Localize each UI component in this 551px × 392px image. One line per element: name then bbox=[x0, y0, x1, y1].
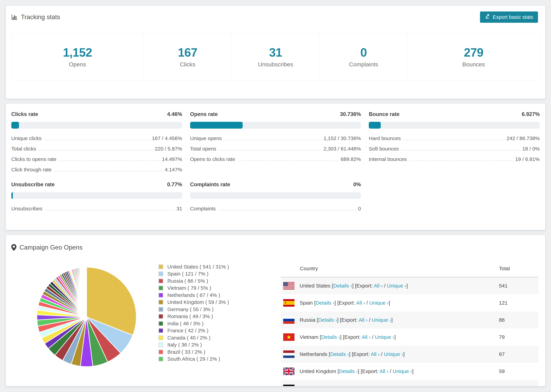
export-unique-link[interactable]: Unique › bbox=[369, 300, 389, 306]
metric-label: Unsubscribes bbox=[11, 206, 42, 211]
rate-metric-row: Hard bounces242 / 86.738% bbox=[369, 135, 540, 141]
metric-label: Click through rate bbox=[11, 167, 51, 173]
metric-label: Internal bounces bbox=[369, 156, 407, 162]
legend-label: South Africa ( 29 / 2% ) bbox=[167, 356, 220, 362]
export-unique-link[interactable]: Unique › bbox=[384, 351, 403, 357]
flag-united-states-icon bbox=[283, 282, 295, 290]
legend-label: United Kingdom ( 59 / 3% ) bbox=[167, 299, 229, 305]
country-links: United Kingdom [Details ›] [Export: All … bbox=[300, 368, 413, 374]
legend-item-spain: Spain ( 121 / 7% ) bbox=[158, 270, 244, 278]
legend-label: Netherlands ( 67 / 4% ) bbox=[167, 292, 220, 298]
rate-block-unsubscribe-rate: Unsubscribe rate0.77%Unsubscribes31 bbox=[11, 182, 182, 211]
rate-block-clicks-rate: Clicks rate4.46%Unique clicks167 / 4.456… bbox=[11, 111, 182, 173]
export-unique-link[interactable]: Unique › bbox=[387, 283, 406, 288]
rate-metric-row: Total clicks220 / 5.87% bbox=[11, 146, 182, 152]
legend-swatch bbox=[158, 293, 163, 298]
export-icon bbox=[485, 14, 490, 20]
rate-value: 6.927% bbox=[522, 111, 540, 117]
dotted-leader bbox=[238, 161, 339, 161]
rate-metric-row: Unsubscribes31 bbox=[11, 206, 182, 211]
legend-item-vietnam: Vietnam ( 79 / 5% ) bbox=[158, 285, 244, 292]
export-button-label: Export basic stats bbox=[493, 14, 533, 20]
table-row-united-kingdom: United Kingdom [Details ›] [Export: All … bbox=[281, 363, 538, 380]
rate-head: Complaints rate0% bbox=[190, 182, 361, 188]
legend-swatch bbox=[158, 357, 163, 361]
metric-label: Complaints bbox=[190, 206, 216, 211]
export-unique-link[interactable]: Unique › bbox=[372, 317, 391, 323]
total-value: 55 bbox=[499, 385, 538, 386]
pie-legend: United States ( 541 / 31% )Spain ( 121 /… bbox=[158, 263, 244, 363]
flag-netherlands-icon bbox=[283, 350, 295, 358]
details-link[interactable]: Details › bbox=[333, 283, 352, 288]
export-all-link[interactable]: All › bbox=[359, 317, 367, 323]
export-all-link[interactable]: All › bbox=[364, 385, 373, 386]
export-all-link[interactable]: All › bbox=[362, 334, 371, 340]
legend-item-south-africa: South Africa ( 29 / 2% ) bbox=[158, 356, 244, 363]
metric-value: 14.497% bbox=[162, 156, 182, 162]
rate-head: Unsubscribe rate0.77% bbox=[11, 182, 182, 188]
details-link[interactable]: Details › bbox=[330, 351, 349, 357]
rate-metric-row: Complaints0 bbox=[190, 206, 361, 211]
metric-label: Hard bounces bbox=[369, 135, 401, 141]
table-row-united-states: United States [Details ›] [Export: All ›… bbox=[281, 277, 538, 294]
stat-label: Complaints bbox=[349, 61, 378, 68]
export-all-link[interactable]: All › bbox=[371, 351, 380, 357]
rate-metric-row: Unique clicks167 / 4.456% bbox=[11, 135, 182, 141]
metric-label: Total clicks bbox=[11, 146, 36, 152]
details-link[interactable]: Details › bbox=[321, 334, 340, 340]
metric-label: Opens to clicks rate bbox=[190, 156, 235, 162]
details-link[interactable]: Details › bbox=[318, 317, 337, 323]
legend-label: Russia ( 86 / 5% ) bbox=[167, 278, 208, 284]
total-value: 79 bbox=[499, 334, 538, 340]
total-value: 121 bbox=[499, 300, 538, 306]
geo-pie-chart[interactable] bbox=[34, 264, 140, 371]
legend-label: Canada ( 40 / 2% ) bbox=[167, 335, 211, 341]
metric-value: 4.147% bbox=[165, 167, 182, 173]
column-header-total: Total bbox=[499, 266, 538, 271]
legend-item-france: France ( 42 / 2% ) bbox=[158, 327, 244, 334]
country-cell: Germany [Details ›] [Export: All › / Uni… bbox=[281, 385, 499, 386]
page-title: Tracking stats bbox=[21, 14, 60, 21]
country-links: United States [Details ›] [Export: All ›… bbox=[300, 283, 408, 289]
rate-title: Complaints rate bbox=[190, 182, 230, 188]
export-unique-link[interactable]: Unique › bbox=[393, 368, 412, 374]
stat-value: 167 bbox=[178, 46, 197, 59]
dotted-leader bbox=[410, 161, 513, 161]
country-cell: Vietnam [Details ›] [Export: All › / Uni… bbox=[281, 333, 499, 341]
dotted-leader bbox=[402, 150, 521, 151]
geo-title-wrap: Campaign Geo Opens bbox=[11, 244, 83, 251]
rate-metric-list: Complaints0 bbox=[190, 206, 361, 211]
country-links: Vietnam [Details ›] [Export: All › / Uni… bbox=[300, 334, 396, 340]
geo-body: United States ( 541 / 31% )Spain ( 121 /… bbox=[6, 260, 545, 386]
export-all-link[interactable]: All › bbox=[380, 368, 389, 374]
rates-card: Clicks rate4.46%Unique clicks167 / 4.456… bbox=[6, 104, 545, 230]
legend-label: India ( 46 / 3% ) bbox=[167, 321, 204, 327]
rate-progress-bar bbox=[11, 192, 182, 199]
details-link[interactable]: Details › bbox=[324, 385, 342, 386]
stat-cell-bounces: 279Bounces bbox=[407, 33, 540, 80]
campaign-geo-opens-card: Campaign Geo Opens United States ( 541 /… bbox=[6, 235, 545, 386]
pie-slice-other-45[interactable] bbox=[86, 267, 87, 317]
export-basic-stats-button[interactable]: Export basic stats bbox=[480, 11, 538, 23]
export-all-link[interactable]: All › bbox=[374, 283, 383, 288]
details-link[interactable]: Details › bbox=[339, 368, 358, 374]
rate-metric-row: Clicks to opens rate14.497% bbox=[11, 156, 182, 162]
export-unique-link[interactable]: Unique › bbox=[375, 334, 394, 340]
rate-progress-bar bbox=[190, 122, 361, 129]
legend-swatch bbox=[158, 279, 163, 283]
country-links: Netherlands [Details ›] [Export: All › /… bbox=[300, 351, 405, 357]
metric-label: Total opens bbox=[190, 146, 216, 152]
metric-value: 689.82% bbox=[341, 156, 361, 162]
details-link[interactable]: Details › bbox=[316, 300, 334, 306]
legend-item-italy: Italy ( 36 / 2% ) bbox=[158, 341, 244, 349]
legend-swatch bbox=[158, 264, 163, 269]
export-all-link[interactable]: All › bbox=[356, 300, 365, 306]
legend-swatch bbox=[158, 343, 163, 347]
stat-value: 0 bbox=[360, 46, 367, 59]
rate-metric-row: Opens to clicks rate689.82% bbox=[190, 156, 361, 162]
legend-swatch bbox=[158, 350, 163, 354]
legend-label: Italy ( 36 / 2% ) bbox=[167, 342, 202, 348]
export-unique-link[interactable]: Unique › bbox=[377, 385, 397, 386]
legend-swatch bbox=[158, 314, 163, 319]
table-row-vietnam: Vietnam [Details ›] [Export: All › / Uni… bbox=[281, 329, 538, 346]
